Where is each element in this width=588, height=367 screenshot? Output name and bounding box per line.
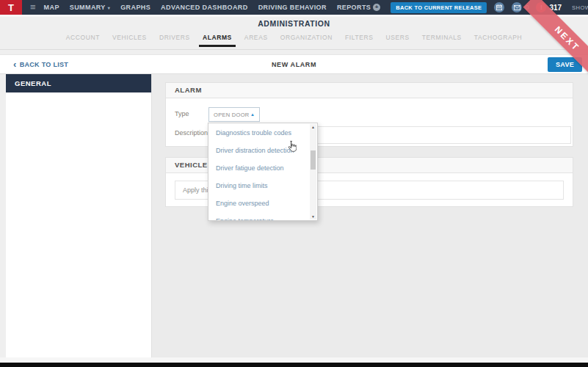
type-label: Type xyxy=(175,110,189,117)
dropdown-option-driving-time-limits[interactable]: Driving time limits xyxy=(208,177,309,195)
showing-label: SHOWING xyxy=(572,4,588,11)
chevron-down-icon: ▾ xyxy=(108,5,110,10)
hamburger-menu-icon[interactable]: ≡ xyxy=(30,0,36,15)
nav-item-reports[interactable]: REPORTS + xyxy=(337,4,380,11)
showing-dropdown[interactable]: SHOWING ▾ xyxy=(572,4,588,11)
brand-logo[interactable]: T xyxy=(0,0,22,15)
scroll-up-arrow-icon[interactable]: ▲ xyxy=(310,125,316,129)
nav-item-graphs[interactable]: GRAPHS xyxy=(120,4,150,11)
bottom-letterbox-bar xyxy=(0,363,588,367)
back-to-list-link[interactable]: ‹ BACK TO LIST xyxy=(13,61,68,68)
alarm-toolbar: ‹ BACK TO LIST NEW ALARM SAVE xyxy=(0,54,588,74)
alarm-type-select[interactable]: OPEN DOOR ▲ xyxy=(208,107,260,122)
mail-notification-icon[interactable] xyxy=(512,2,522,12)
nav-item-reports-label: REPORTS xyxy=(337,4,371,11)
reports-gear-icon: + xyxy=(373,4,380,11)
settings-sidebar: GENERAL xyxy=(6,74,152,357)
nav-item-summary[interactable]: SUMMARY ▾ xyxy=(70,4,110,11)
nav-item-driving-behavior[interactable]: DRIVING BEHAVIOR xyxy=(258,4,327,11)
tab-organization[interactable]: ORGANIZATION xyxy=(280,34,333,41)
tab-filters[interactable]: FILTERS xyxy=(345,34,374,41)
top-navigation-bar: T ≡ MAP SUMMARY ▾ GRAPHS ADVANCED DASHBO… xyxy=(0,0,588,15)
calendar-icon xyxy=(496,4,502,10)
admin-tab-bar: ACCOUNT VEHICLES DRIVERS ALARMS AREAS OR… xyxy=(0,34,588,50)
sidebar-item-general[interactable]: GENERAL xyxy=(6,74,151,92)
tab-terminals[interactable]: TERMINALS xyxy=(422,34,462,41)
tab-users[interactable]: USERS xyxy=(385,34,409,41)
scroll-down-arrow-icon[interactable]: ▼ xyxy=(310,214,316,219)
alarm-type-selected-value: OPEN DOOR xyxy=(214,112,250,118)
scrollbar-thumb[interactable] xyxy=(311,150,316,170)
tab-areas[interactable]: AREAS xyxy=(244,34,268,41)
nav-item-map[interactable]: MAP xyxy=(44,4,59,11)
chevron-up-icon: ▲ xyxy=(250,112,255,117)
toolbar-title: NEW ALARM xyxy=(0,61,588,68)
dropdown-option-engine-overspeed[interactable]: Engine overspeed xyxy=(208,195,309,212)
alarm-section-header: ALARM xyxy=(165,82,573,98)
dropdown-option-engine-temperature[interactable]: Engine temperature xyxy=(208,212,309,221)
tab-alarms[interactable]: ALARMS xyxy=(203,34,232,41)
tab-drivers[interactable]: DRIVERS xyxy=(159,34,190,41)
tab-account[interactable]: ACCOUNT xyxy=(66,34,100,41)
dropdown-option-driver-fatigue-detection[interactable]: Driver fatigue detection xyxy=(208,159,309,177)
dropdown-option-diagnostics-trouble-codes[interactable]: Diagnostics trouble codes xyxy=(208,124,309,142)
mouse-cursor-hand-icon xyxy=(287,140,297,155)
tab-vehicles[interactable]: VEHICLES xyxy=(112,34,147,41)
mail-icon xyxy=(514,5,520,10)
tab-tachograph[interactable]: TACHOGRAPH xyxy=(474,34,522,41)
page-title: ADMINISTRATION xyxy=(0,19,588,28)
back-to-current-release-button[interactable]: BACK TO CURRENT RELEASE xyxy=(391,2,487,13)
back-to-list-label: BACK TO LIST xyxy=(20,61,68,68)
back-chevron-icon: ‹ xyxy=(13,61,17,68)
bottom-strip xyxy=(0,357,588,363)
nav-item-advanced-dashboard[interactable]: ADVANCED DASHBOARD xyxy=(161,4,248,11)
nav-item-summary-label: SUMMARY xyxy=(70,4,106,11)
dropdown-options: Diagnostics trouble codes Driver distrac… xyxy=(208,124,309,221)
alarm-type-dropdown-list: Diagnostics trouble codes Driver distrac… xyxy=(208,123,318,221)
nav-bottom-strip xyxy=(0,15,588,17)
dropdown-scrollbar[interactable]: ▲ ▼ xyxy=(310,124,316,219)
description-label: Description xyxy=(175,129,208,137)
calendar-notification-icon[interactable] xyxy=(494,2,504,12)
